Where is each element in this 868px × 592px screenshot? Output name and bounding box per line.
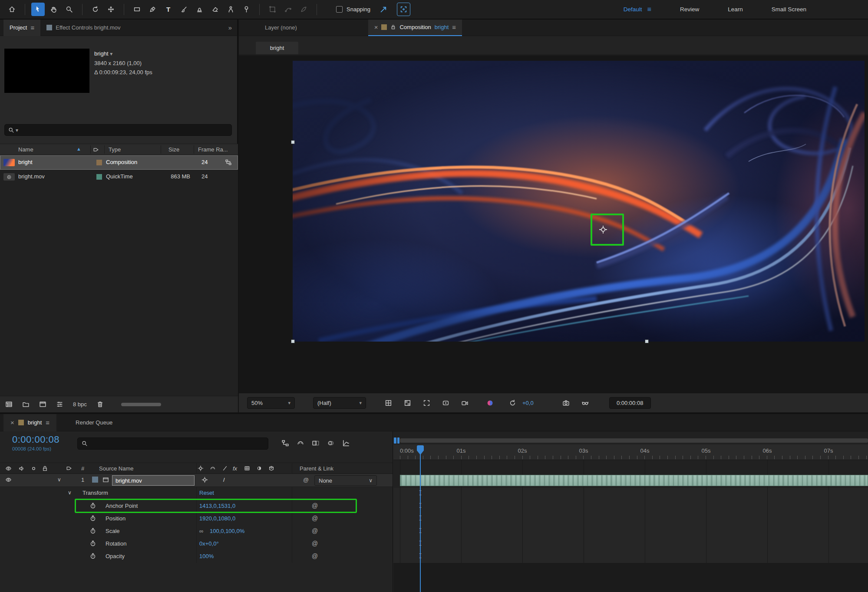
playhead-line[interactable]	[420, 454, 421, 592]
close-icon[interactable]: ×	[374, 23, 378, 31]
label-color-swatch[interactable]	[96, 160, 102, 165]
layer-label-color[interactable]	[92, 477, 98, 483]
pickwhip-icon[interactable]: @	[312, 540, 318, 547]
panel-menu-icon[interactable]: ≡	[46, 419, 50, 426]
region-of-interest-icon[interactable]	[420, 397, 433, 409]
tab-effect-controls[interactable]: Effect Controls bright.mov	[40, 20, 126, 36]
composition-viewport[interactable]	[293, 61, 865, 342]
stopwatch-icon[interactable]	[89, 515, 96, 522]
clone-stamp-tool[interactable]	[193, 3, 206, 16]
timeline-search-input[interactable]	[77, 437, 268, 450]
property-row-position[interactable]: Position 1920,0,1080,0 @	[0, 513, 393, 525]
camera-tool[interactable]	[104, 3, 118, 16]
column-name[interactable]: Name	[18, 146, 33, 153]
property-row-opacity[interactable]: Opacity 100% @	[0, 550, 393, 563]
close-icon[interactable]: ×	[10, 419, 14, 426]
parent-pickwhip-icon[interactable]: @	[303, 477, 309, 483]
stopwatch-icon[interactable]	[89, 527, 96, 534]
trash-icon[interactable]	[96, 401, 104, 408]
switch-fx-icon[interactable]: fx	[233, 465, 237, 472]
new-folder-icon[interactable]	[22, 401, 30, 408]
lock-column-icon[interactable]	[42, 465, 48, 472]
pen-tool[interactable]	[146, 3, 159, 16]
magnification-dropdown[interactable]: 50%▾	[247, 397, 295, 409]
rotate-tool[interactable]	[89, 3, 102, 16]
column-frame-rate[interactable]: Frame Ra...	[198, 146, 236, 153]
eraser-tool[interactable]	[208, 3, 222, 16]
property-value[interactable]: 0x+0,0°	[199, 540, 219, 547]
frame-blend-icon[interactable]	[312, 439, 320, 447]
property-name[interactable]: Scale	[106, 528, 120, 534]
in-out-markers[interactable]	[394, 437, 399, 444]
current-time-display[interactable]: 0:00:00:08	[12, 434, 59, 445]
property-name[interactable]: Opacity	[106, 553, 125, 559]
layer-visibility-icon[interactable]	[5, 477, 12, 483]
snap-options-button[interactable]	[377, 3, 390, 16]
exposure-value[interactable]: +0,0	[522, 400, 534, 406]
workspace-learn[interactable]: Learn	[728, 6, 743, 13]
group-expand-caret[interactable]: ∨	[68, 490, 72, 496]
zoom-tool[interactable]	[63, 3, 76, 16]
stopwatch-icon[interactable]	[89, 540, 96, 547]
switch-shy-icon[interactable]	[210, 465, 216, 471]
show-snapshot-icon[interactable]	[579, 397, 592, 409]
puppet-pin-tool[interactable]	[240, 3, 253, 16]
panel-menu-icon[interactable]: ≡	[452, 23, 456, 31]
group-name[interactable]: Transform	[83, 490, 108, 496]
roto-brush-tool[interactable]	[224, 3, 238, 16]
switch-motion-blur-icon[interactable]	[256, 465, 262, 471]
tab-project[interactable]: Project ≡	[3, 20, 40, 36]
tab-timeline-bright[interactable]: × bright ≡	[3, 414, 56, 431]
lock-icon[interactable]	[390, 24, 396, 30]
transparency-grid-icon[interactable]	[401, 397, 414, 409]
label-color-swatch[interactable]	[96, 174, 102, 180]
anchor-point-icon[interactable]	[598, 225, 608, 234]
mini-flowchart-icon[interactable]	[281, 439, 289, 447]
property-value[interactable]: 1920,0,1080,0	[199, 515, 235, 522]
footage-name[interactable]: bright	[94, 50, 109, 57]
switch-quality-icon[interactable]	[222, 465, 228, 471]
selection-tool[interactable]	[31, 3, 45, 16]
property-name[interactable]: Anchor Point	[106, 503, 138, 509]
project-row-composition[interactable]: bright Composition 24	[0, 155, 238, 170]
workspace-default[interactable]: Default	[624, 6, 642, 13]
property-row-rotation[interactable]: Rotation 0x+0,0° @	[0, 538, 393, 550]
snapping-checkbox[interactable]	[336, 6, 343, 13]
stopwatch-icon[interactable]	[89, 502, 96, 509]
layer-handle-left[interactable]	[291, 140, 295, 144]
channel-icon[interactable]	[483, 397, 496, 409]
preview-time-display[interactable]: 0:00:00:08	[609, 397, 651, 409]
tab-overflow-icon[interactable]: »	[228, 24, 237, 31]
work-area-bar[interactable]	[400, 438, 868, 443]
time-ruler[interactable]: 0:00s 01s 02s 03s 04s 05s 06s 07s	[393, 444, 868, 460]
workspace-menu-icon[interactable]: ≡	[647, 6, 651, 13]
column-source-name[interactable]: Source Name	[99, 465, 133, 472]
pickwhip-icon[interactable]: @	[312, 553, 318, 559]
property-name[interactable]: Rotation	[106, 540, 126, 547]
layer-anchor-switch-icon[interactable]	[201, 477, 208, 483]
link-dimensions-icon[interactable]: ∞	[199, 528, 203, 534]
motion-blur-icon[interactable]	[327, 439, 335, 447]
graph-editor-icon[interactable]	[342, 439, 350, 447]
project-settings-icon[interactable]	[56, 401, 63, 408]
viewer-tab-bright[interactable]: bright	[256, 42, 298, 54]
property-value[interactable]: 1413,0,1531,0	[199, 503, 235, 509]
column-size[interactable]: Size	[168, 146, 179, 153]
layer-quality-switch[interactable]: /	[223, 477, 225, 483]
tab-render-queue[interactable]: Render Queue	[76, 419, 112, 426]
switch-anchor-icon[interactable]	[198, 465, 204, 471]
shy-icon[interactable]	[297, 439, 304, 447]
property-row-anchor-point[interactable]: Anchor Point 1413,0,1531,0 @	[0, 500, 393, 513]
flowchart-icon[interactable]	[225, 159, 232, 166]
layer-row[interactable]: ∨ 1 bright.mov / @ None ∨	[0, 474, 393, 487]
property-row-scale[interactable]: Scale ∞ 100,0,100,0% @	[0, 525, 393, 538]
switch-frame-blend-icon[interactable]	[244, 465, 250, 471]
home-tool[interactable]	[5, 3, 19, 16]
resolution-dropdown[interactable]: (Half)▾	[313, 397, 366, 409]
panel-menu-icon[interactable]: ≡	[30, 24, 34, 31]
camera-wireframe-icon[interactable]	[458, 397, 471, 409]
property-value[interactable]: 100%	[199, 553, 214, 559]
workspace-review[interactable]: Review	[680, 6, 699, 13]
project-row-footage[interactable]: bright.mov QuickTime 863 MB 24	[0, 170, 238, 184]
sort-ascending-icon[interactable]: ▲	[76, 146, 81, 151]
